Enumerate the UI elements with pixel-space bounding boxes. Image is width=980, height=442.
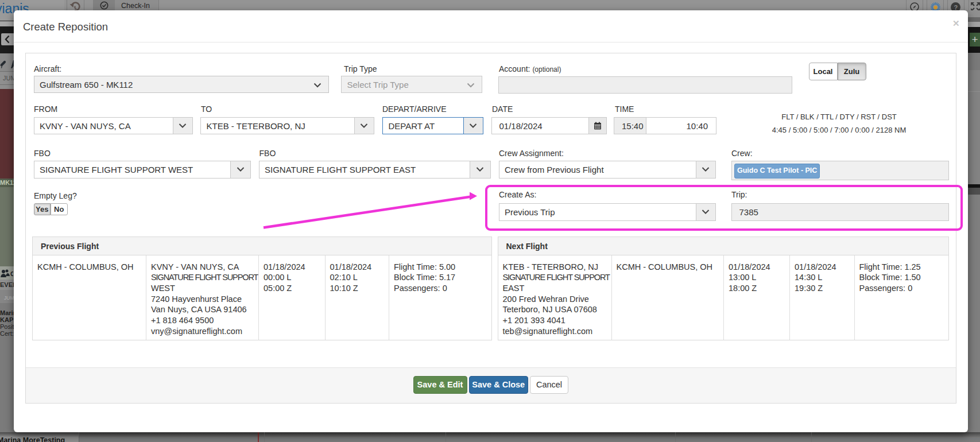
svg-text:C: C [10,270,13,277]
